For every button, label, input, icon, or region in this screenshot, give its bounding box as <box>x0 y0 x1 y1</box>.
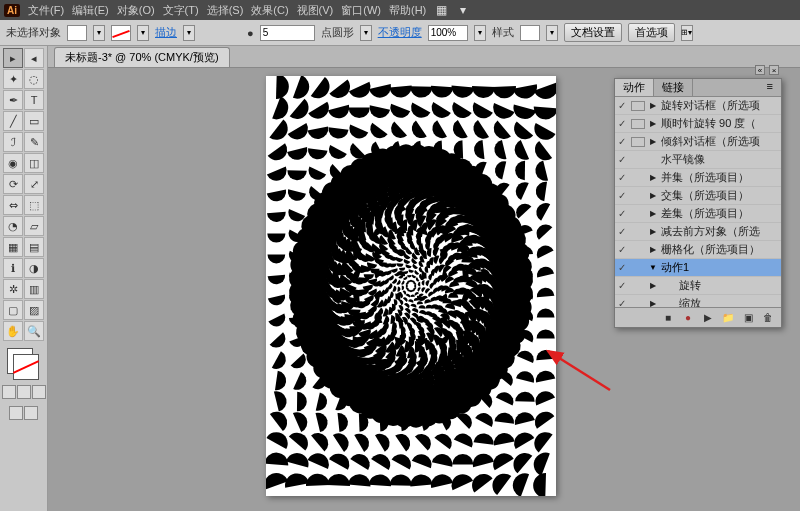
panel-menu-icon[interactable]: ≡ <box>759 79 781 96</box>
tool-eraser[interactable]: ◫ <box>24 153 44 173</box>
tool-blend[interactable]: ◑ <box>24 258 44 278</box>
toggle-check-icon[interactable]: ✓ <box>615 298 629 307</box>
action-list[interactable]: ✓▶旋转对话框（所选项✓▶顺时针旋转 90 度（✓▶倾斜对话框（所选项✓水平镜像… <box>615 97 781 307</box>
tool-perspective[interactable]: ▱ <box>24 216 44 236</box>
tool-width[interactable]: ⇔ <box>3 195 23 215</box>
tool-mesh[interactable]: ▦ <box>3 237 23 257</box>
action-row[interactable]: ✓▶旋转对话框（所选项 <box>615 97 781 115</box>
new-action-icon[interactable]: ▣ <box>741 311 755 325</box>
toggle-check-icon[interactable]: ✓ <box>615 154 629 165</box>
action-row[interactable]: ✓▶减去前方对象（所选 <box>615 223 781 241</box>
delete-icon[interactable]: 🗑 <box>761 311 775 325</box>
panel-collapse-icon[interactable]: « <box>755 65 765 75</box>
disclosure-icon[interactable]: ▶ <box>647 299 659 307</box>
tool-scale[interactable]: ⤢ <box>24 174 44 194</box>
disclosure-icon[interactable]: ▶ <box>647 245 659 254</box>
tab-actions[interactable]: 动作 <box>615 79 654 96</box>
tool-paintbrush[interactable]: ℐ <box>3 132 23 152</box>
menu-file[interactable]: 文件(F) <box>28 3 64 18</box>
toggle-check-icon[interactable]: ✓ <box>615 190 629 201</box>
toggle-check-icon[interactable]: ✓ <box>615 118 629 129</box>
preferences-button[interactable]: 首选项 <box>628 23 675 42</box>
mode-color[interactable] <box>2 385 16 399</box>
disclosure-icon[interactable]: ▶ <box>647 119 659 128</box>
disclosure-icon[interactable]: ▶ <box>647 137 659 146</box>
bridge-icon[interactable]: ▦ <box>434 3 448 17</box>
disclosure-icon[interactable]: ▶ <box>647 209 659 218</box>
brush-dropdown[interactable]: ▾ <box>360 25 372 41</box>
fill-stroke-swatches[interactable] <box>7 348 41 382</box>
toggle-check-icon[interactable]: ✓ <box>615 280 629 291</box>
screen-full[interactable] <box>24 406 38 420</box>
disclosure-icon[interactable]: ▶ <box>647 173 659 182</box>
tool-pencil[interactable]: ✎ <box>24 132 44 152</box>
stroke-swatch[interactable] <box>111 25 131 41</box>
tool-magic-wand[interactable]: ✦ <box>3 69 23 89</box>
fill-swatch[interactable] <box>67 25 87 41</box>
tool-eyedropper[interactable]: ℹ <box>3 258 23 278</box>
tool-pen[interactable]: ✒ <box>3 90 23 110</box>
stroke-color[interactable] <box>13 354 39 380</box>
tool-lasso[interactable]: ◌ <box>24 69 44 89</box>
action-row[interactable]: ✓▶顺时针旋转 90 度（ <box>615 115 781 133</box>
toggle-check-icon[interactable]: ✓ <box>615 100 629 111</box>
tool-rectangle[interactable]: ▭ <box>24 111 44 131</box>
menu-window[interactable]: 窗口(W) <box>341 3 381 18</box>
arrange-icon[interactable]: ▾ <box>456 3 470 17</box>
tab-links[interactable]: 链接 <box>654 79 693 96</box>
tool-graph[interactable]: ▥ <box>24 279 44 299</box>
document-tab[interactable]: 未标题-3* @ 70% (CMYK/预览) <box>54 47 230 67</box>
menu-object[interactable]: 对象(O) <box>117 3 155 18</box>
toggle-check-icon[interactable]: ✓ <box>615 208 629 219</box>
toggle-check-icon[interactable]: ✓ <box>615 172 629 183</box>
tool-gradient[interactable]: ▤ <box>24 237 44 257</box>
disclosure-icon[interactable]: ▶ <box>647 281 659 290</box>
menu-view[interactable]: 视图(V) <box>297 3 334 18</box>
toggle-check-icon[interactable]: ✓ <box>615 244 629 255</box>
tool-direct-select[interactable]: ◂ <box>24 48 44 68</box>
stop-icon[interactable]: ■ <box>661 311 675 325</box>
disclosure-icon[interactable]: ▶ <box>647 101 659 110</box>
toggle-check-icon[interactable]: ✓ <box>615 136 629 147</box>
action-row[interactable]: ✓▶旋转 <box>615 277 781 295</box>
disclosure-icon[interactable]: ▼ <box>647 263 659 272</box>
mode-gradient[interactable] <box>17 385 31 399</box>
dialog-toggle-icon[interactable] <box>631 101 645 111</box>
toggle-check-icon[interactable]: ✓ <box>615 262 629 273</box>
mode-none[interactable] <box>32 385 46 399</box>
action-row[interactable]: ✓▶栅格化（所选项目） <box>615 241 781 259</box>
action-row[interactable]: ✓▼动作1 <box>615 259 781 277</box>
dialog-toggle-icon[interactable] <box>631 137 645 147</box>
menu-help[interactable]: 帮助(H) <box>389 3 426 18</box>
stroke-link[interactable]: 描边 <box>155 25 177 40</box>
align-dropdown[interactable]: ⊞▾ <box>681 25 693 41</box>
menu-type[interactable]: 文字(T) <box>163 3 199 18</box>
play-icon[interactable]: ▶ <box>701 311 715 325</box>
action-row[interactable]: ✓▶并集（所选项目） <box>615 169 781 187</box>
tool-slice[interactable]: ▨ <box>24 300 44 320</box>
stroke-dropdown[interactable]: ▾ <box>137 25 149 41</box>
action-row[interactable]: ✓▶倾斜对话框（所选项 <box>615 133 781 151</box>
menu-edit[interactable]: 编辑(E) <box>72 3 109 18</box>
artboard[interactable] <box>266 76 556 496</box>
tool-symbol-sprayer[interactable]: ✲ <box>3 279 23 299</box>
tool-blob[interactable]: ◉ <box>3 153 23 173</box>
stroke-weight-dropdown[interactable]: ▾ <box>183 25 195 41</box>
opacity-input[interactable] <box>428 25 468 41</box>
action-row[interactable]: ✓水平镜像 <box>615 151 781 169</box>
opacity-link[interactable]: 不透明度 <box>378 25 422 40</box>
record-icon[interactable]: ● <box>681 311 695 325</box>
style-dropdown[interactable]: ▾ <box>546 25 558 41</box>
menu-effect[interactable]: 效果(C) <box>251 3 288 18</box>
tool-rotate[interactable]: ⟳ <box>3 174 23 194</box>
tool-free-transform[interactable]: ⬚ <box>24 195 44 215</box>
action-row[interactable]: ✓▶差集（所选项目） <box>615 205 781 223</box>
opacity-dropdown[interactable]: ▾ <box>474 25 486 41</box>
new-set-icon[interactable]: 📁 <box>721 311 735 325</box>
tool-type[interactable]: T <box>24 90 44 110</box>
dialog-toggle-icon[interactable] <box>631 119 645 129</box>
menu-select[interactable]: 选择(S) <box>207 3 244 18</box>
brush-preset[interactable] <box>260 25 315 41</box>
tool-selection[interactable]: ▸ <box>3 48 23 68</box>
action-row[interactable]: ✓▶缩放 <box>615 295 781 307</box>
